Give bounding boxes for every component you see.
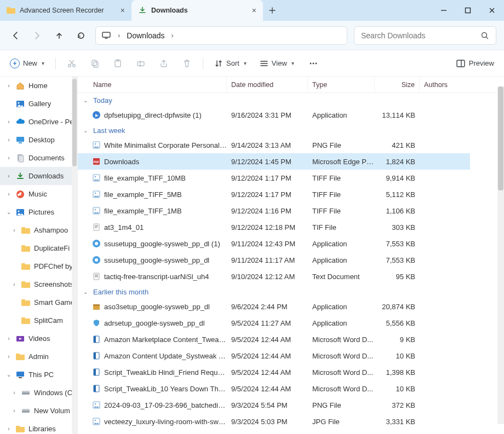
table-row[interactable]: vecteezy_luxury-living-room-with-swimm..… (78, 413, 470, 430)
search-icon[interactable] (480, 31, 489, 40)
sidebar-item-duplicatefi[interactable]: DuplicateFi (0, 239, 77, 257)
sidebar-scrollbar[interactable] (72, 77, 77, 434)
table-row[interactable]: adrsetup_google-sysweb_pp_dl9/5/2024 11:… (78, 315, 470, 331)
table-row[interactable]: file_example_TIFF_5MB9/12/2024 1:17 PMTI… (78, 186, 470, 202)
file-icon (92, 417, 101, 426)
paste-button[interactable] (108, 56, 127, 71)
file-size: 303 KB (375, 223, 420, 232)
table-row[interactable]: ssusetupg_google-sysweb_pp_dl9/11/2024 1… (78, 252, 470, 268)
expand-icon[interactable]: › (5, 191, 12, 197)
sort-button[interactable]: Sort ▾ (210, 57, 251, 70)
column-type[interactable]: Type (308, 77, 375, 92)
sidebar-item-documents[interactable]: ›Documents (0, 149, 77, 167)
new-tab-button[interactable] (263, 0, 282, 21)
expand-icon[interactable]: › (5, 173, 12, 179)
expand-icon[interactable]: › (5, 83, 12, 89)
scrollbar-thumb[interactable] (498, 86, 503, 190)
table-row[interactable]: White Minimalist Corporate Personal Prof… (78, 137, 470, 153)
refresh-button[interactable] (73, 28, 89, 43)
sidebar-item-home[interactable]: ›Home (0, 77, 77, 95)
expand-icon[interactable]: ⌄ (5, 209, 12, 215)
table-row[interactable]: at3_1m4_019/12/2024 12:18 PMTIF File303 … (78, 219, 470, 235)
table-row[interactable]: file_example_TIFF_1MB9/12/2024 1:16 PMTI… (78, 202, 470, 219)
addressbar[interactable]: › Downloads › (95, 26, 347, 45)
close-window-button[interactable] (480, 0, 504, 21)
table-row[interactable]: ▶dpfsetupipg_direct-dpfwsite (1)9/16/202… (78, 107, 470, 123)
sidebar-item-onedrive-pe[interactable]: ›OneDrive - Pe (0, 113, 77, 131)
expand-icon[interactable]: › (5, 354, 12, 360)
up-button[interactable] (51, 28, 67, 43)
view-button[interactable]: View ▾ (255, 57, 299, 70)
sidebar-item-desktop[interactable]: ›Desktop (0, 131, 77, 149)
rename-button[interactable] (131, 56, 150, 71)
column-authors[interactable]: Authors (420, 77, 504, 92)
sidebar-item-admin[interactable]: ›Admin (0, 348, 77, 366)
forward-button[interactable] (30, 28, 45, 43)
expand-icon[interactable]: › (11, 408, 18, 414)
new-button[interactable]: + New ▾ (5, 56, 49, 71)
copy-button[interactable] (85, 56, 104, 71)
back-button[interactable] (8, 28, 23, 43)
group-header[interactable]: ⌄Earlier this month (78, 285, 504, 298)
table-row[interactable]: Script_TweakLib Hindi_Friend Request Ya … (78, 364, 470, 380)
more-button[interactable] (303, 56, 324, 71)
expand-icon[interactable]: › (5, 155, 12, 161)
table-row[interactable]: file_example_TIFF_10MB9/12/2024 1:17 PMT… (78, 170, 470, 186)
sidebar-item-libraries[interactable]: ›Libraries (0, 420, 77, 434)
expand-icon[interactable]: › (5, 426, 12, 432)
table-row[interactable]: Amazon Content Update_Systweak PDF E...9… (78, 348, 470, 364)
sidebar-item-videos[interactable]: ›Videos (0, 329, 77, 348)
group-header[interactable]: ⌄Last week (78, 123, 504, 137)
sidebar-item-smart-game[interactable]: Smart Game (0, 293, 77, 311)
expand-icon[interactable]: › (11, 281, 18, 287)
column-name[interactable]: Name (78, 77, 227, 92)
expand-icon[interactable]: › (11, 390, 18, 396)
sidebar-item-splitcam[interactable]: SplitCam (0, 311, 77, 329)
sidebar-item-downloads[interactable]: ›Downloads (0, 167, 77, 185)
search-input[interactable] (361, 31, 480, 40)
column-size[interactable]: Size (375, 77, 420, 92)
group-header[interactable]: ⌄Today (78, 93, 504, 107)
expand-icon[interactable]: › (11, 227, 18, 233)
sidebar-item-new-volum[interactable]: ›New Volum (0, 402, 77, 420)
delete-button[interactable] (177, 56, 196, 71)
table-row[interactable]: Script_TweakLib_10 Years Down The Lane..… (78, 380, 470, 397)
tab-advanced-screen-recorder[interactable]: Advanced Screen Recorder × (0, 0, 131, 21)
chevron-right-icon[interactable]: › (171, 31, 174, 39)
svg-point-77 (95, 403, 96, 405)
expand-icon[interactable]: › (5, 119, 12, 125)
table-row[interactable]: ssusetupg_google-sysweb_pp_dl (1)9/11/20… (78, 235, 470, 252)
table-row[interactable]: 2024-09-03_17-09-23-696_batcheditor_f...… (78, 397, 470, 413)
expand-icon[interactable]: ⌄ (5, 372, 12, 378)
expand-icon[interactable]: › (5, 137, 12, 143)
sidebar-item-music[interactable]: ›Music (0, 185, 77, 203)
minimize-button[interactable] (432, 0, 456, 21)
close-icon[interactable]: × (252, 6, 256, 15)
table-row[interactable]: Amazon Marketplace Content_TweakSho...9/… (78, 331, 470, 348)
sidebar-item-this-pc[interactable]: ⌄This PC (0, 366, 77, 384)
scrollbar-thumb[interactable] (72, 79, 77, 166)
sidebar-item-ashampoo[interactable]: ›Ashampoo (0, 221, 77, 239)
table-row[interactable]: tactiq-free-transcript-uarNiSl_uh49/10/2… (78, 268, 470, 285)
close-icon[interactable]: × (121, 6, 125, 15)
file-size: 9 KB (375, 335, 420, 344)
share-button[interactable] (154, 56, 173, 71)
sidebar-item-gallery[interactable]: Gallery (0, 95, 77, 113)
filelist-scrollbar[interactable] (497, 77, 504, 434)
preview-button[interactable]: Preview (451, 56, 499, 71)
table-row[interactable]: PDFDownloads9/12/2024 1:45 PMMicrosoft E… (78, 153, 470, 170)
tab-downloads[interactable]: Downloads × (131, 0, 263, 21)
sidebar-item-windows-c[interactable]: ›Windows (C (0, 384, 77, 402)
column-date[interactable]: Date modified (227, 77, 308, 92)
searchbox[interactable] (354, 26, 496, 45)
table-row[interactable]: aso3setup_google-sysweb_pp_dl9/6/2024 2:… (78, 298, 470, 315)
sidebar-item-pdfchef-by[interactable]: PDFChef by (0, 257, 77, 275)
sidebar-item-screenshots[interactable]: ›Screenshots (0, 275, 77, 293)
maximize-button[interactable] (456, 0, 480, 21)
file-size: 5,556 KB (375, 319, 420, 327)
sidebar-item-pictures[interactable]: ⌄Pictures (0, 203, 77, 221)
file-name: 2024-09-03_17-09-23-696_batcheditor_f... (104, 401, 227, 409)
expand-icon[interactable]: › (5, 335, 12, 342)
chevron-right-icon[interactable]: › (118, 31, 120, 39)
cut-button[interactable] (62, 56, 81, 71)
